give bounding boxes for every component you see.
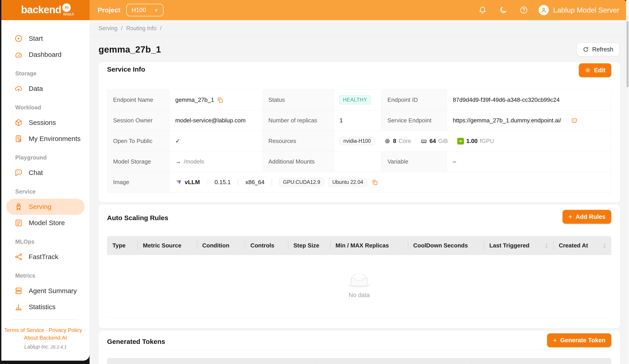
- auto-scaling-table: Type Metric Source Condition Controls St…: [107, 236, 611, 318]
- chat-icon: [14, 169, 23, 177]
- header-divider: [90, 35, 626, 36]
- sidebar-item-serving[interactable]: Serving: [6, 199, 85, 215]
- gpu-unit: fGPU: [480, 138, 494, 145]
- chevron-down-icon: ∨: [155, 7, 158, 13]
- divider: [272, 179, 272, 186]
- sidebar-item-data[interactable]: Data: [6, 81, 85, 97]
- sidebar-item-sessions[interactable]: Sessions: [6, 114, 85, 131]
- table-row: Endpoint Name gemma_27b_1 Status HEALTHY…: [107, 90, 611, 110]
- breadcrumb: Serving / Routing Info /: [99, 24, 162, 32]
- column-header-created-at[interactable]: Created At ▲▼: [553, 236, 611, 255]
- memory-value: 64: [430, 138, 436, 145]
- help-button[interactable]: [519, 5, 528, 14]
- breadcrumb-separator: /: [121, 25, 123, 32]
- sidebar-item-start[interactable]: Start: [6, 30, 85, 47]
- serving-icon: [14, 202, 23, 211]
- generated-tokens-title: Generated Tokens: [107, 338, 165, 346]
- sidebar-item-chat[interactable]: Chat: [6, 165, 85, 181]
- copy-icon[interactable]: [217, 97, 223, 103]
- user-name[interactable]: Lablup Model Server: [553, 6, 619, 14]
- additional-mounts-value: [334, 152, 382, 172]
- cube-icon: [14, 118, 23, 127]
- fasttrack-icon: [14, 253, 23, 261]
- logo-ai-badge: AI: [62, 3, 71, 12]
- scrollbar-thumb[interactable]: [627, 21, 629, 87]
- sidebar-item-fasttrack[interactable]: FastTrack: [6, 249, 85, 265]
- project-select[interactable]: H100 ∨: [126, 4, 163, 16]
- page-title: gemma_27b_1: [99, 45, 161, 55]
- service-endpoint-label: Service Endpoint: [382, 110, 447, 131]
- user-icon: [540, 7, 547, 13]
- sidebar-item-my-environments[interactable]: My Environments: [6, 131, 85, 147]
- sidebar: Start Dashboard Storage Data Workload Se…: [1, 20, 90, 361]
- sidebar-item-label: Data: [29, 85, 43, 92]
- open-to-public-label: Open To Public: [107, 131, 169, 152]
- memory-icon: [421, 138, 427, 145]
- image-tag-cuda: GPU:CUDA12.9: [279, 178, 324, 186]
- project-label: Project: [98, 6, 121, 14]
- vllm-logo-icon: [175, 179, 182, 186]
- logo-webui-text: WebUI: [63, 12, 74, 16]
- cpu-value: 8: [393, 138, 396, 145]
- bar-chart-icon: [14, 303, 23, 311]
- refresh-button[interactable]: Refresh: [577, 42, 619, 56]
- cpu-unit: Core: [399, 138, 411, 145]
- copy-icon[interactable]: [371, 179, 378, 186]
- edit-button[interactable]: Edit: [579, 63, 611, 77]
- no-data-text: No data: [349, 292, 370, 299]
- notifications-button[interactable]: [478, 5, 487, 14]
- resource-device-tag: nvidia-H100: [339, 137, 375, 145]
- privacy-policy-link[interactable]: Privacy Policy: [49, 327, 82, 333]
- sidebar-item-statistics[interactable]: Statistics: [6, 299, 85, 315]
- resources-label: Resources: [262, 131, 334, 152]
- terms-of-service-link[interactable]: Terms of Service: [4, 327, 44, 333]
- service-endpoint-value: https://gemma_27b_1.dummy.endpoint.ai/: [453, 117, 561, 124]
- sidebar-item-model-store[interactable]: Model Store: [6, 215, 85, 231]
- sidebar-group-playground: Playground: [1, 150, 90, 165]
- service-info-title: Service Info: [107, 66, 145, 73]
- session-owner-label: Session Owner: [107, 110, 169, 131]
- sidebar-group-workload: Workload: [1, 100, 90, 114]
- backend-ai-logo[interactable]: backend AI WebUI: [21, 4, 74, 16]
- column-header: [471, 358, 611, 364]
- app-version: Lablup Inc. 26.2.4.1: [1, 344, 90, 350]
- generated-tokens-card: Generated Tokens + Generate Token: [99, 331, 620, 364]
- sidebar-group-storage: Storage: [1, 66, 90, 81]
- chat-test-icon[interactable]: [571, 117, 578, 124]
- breadcrumb-serving[interactable]: Serving: [99, 25, 118, 32]
- service-info-card: Service Info Edit Endpoint Name gemma_27…: [99, 62, 620, 202]
- environments-icon: [14, 134, 23, 143]
- table-row: Image vLLM 0.15.1 x86_64 GPU:CUDA12.9 Ub…: [107, 172, 611, 193]
- column-header-metric-source: Metric Source: [138, 236, 197, 255]
- avatar[interactable]: [539, 5, 549, 15]
- sidebar-group-metrics: Metrics: [1, 269, 90, 283]
- service-info-table: Endpoint Name gemma_27b_1 Status HEALTHY…: [107, 90, 611, 193]
- auto-scaling-empty-state: No data: [107, 255, 611, 318]
- column-header-controls: Controls: [245, 236, 288, 255]
- gear-icon: [585, 67, 591, 73]
- logo-brand-text: backend: [21, 4, 61, 15]
- divider: [207, 179, 208, 186]
- column-header-last-triggered[interactable]: Last Triggered ▲▼: [484, 236, 553, 255]
- sidebar-item-agent-summary[interactable]: Agent Summary: [6, 283, 85, 299]
- dashboard-icon: [14, 50, 23, 59]
- generate-token-button[interactable]: + Generate Token: [547, 333, 611, 347]
- sidebar-item-label: Start: [29, 35, 43, 42]
- empty-inbox-icon: [348, 274, 370, 288]
- model-storage-label: Model Storage: [107, 152, 169, 172]
- main-content: Serving / Routing Info / gemma_27b_1 Ref…: [90, 20, 626, 364]
- play-circle-icon: [14, 34, 23, 43]
- column-header: [254, 358, 317, 364]
- theme-toggle-button[interactable]: [499, 5, 508, 14]
- add-rules-button[interactable]: + Add Rules: [563, 210, 611, 224]
- sorter-icon: ▲▼: [545, 243, 548, 248]
- column-header-condition: Condition: [197, 236, 245, 255]
- breadcrumb-routing-info[interactable]: Routing Info: [126, 25, 157, 32]
- about-backendai-link[interactable]: About Backend.AI: [24, 335, 67, 341]
- scrollbar-track[interactable]: [626, 0, 629, 364]
- sidebar-item-dashboard[interactable]: Dashboard: [6, 47, 85, 63]
- gpu-value: 1.00: [466, 138, 478, 145]
- model-store-icon: [14, 219, 23, 227]
- nvidia-gpu-icon: [457, 138, 464, 145]
- memory-unit: GiB: [438, 138, 448, 145]
